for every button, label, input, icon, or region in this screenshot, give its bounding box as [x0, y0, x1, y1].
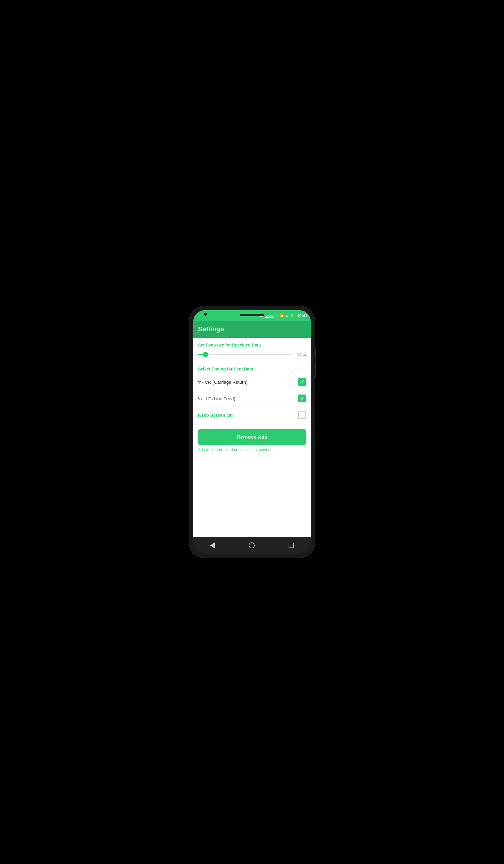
- ending-section-title: Select Ending for Sent Data: [198, 362, 306, 374]
- phone-speaker: [240, 314, 264, 316]
- font-size-row: 14sp: [198, 350, 306, 362]
- nav-home-button[interactable]: [246, 539, 258, 551]
- status-icons: ⏰ VoLTE ▼ 📶 ▲ 🔋 10:41: [259, 313, 307, 318]
- slider-track[interactable]: [198, 354, 291, 355]
- recents-icon: [289, 543, 294, 548]
- app-bar: Settings: [193, 321, 311, 338]
- phone-device: ⏰ VoLTE ▼ 📶 ▲ 🔋 10:41 Settings Set Font-…: [189, 306, 315, 558]
- nav-recents-button[interactable]: [286, 540, 297, 551]
- volume-button-1: [315, 348, 316, 359]
- app-bar-title: Settings: [198, 325, 224, 333]
- lf-label: \n - LF (Line Feed): [198, 396, 235, 401]
- keep-screen-row: Keep Screen On: [198, 407, 306, 423]
- signal1-icon: 📶: [280, 314, 284, 318]
- keep-screen-label: Keep Screen On: [198, 412, 233, 418]
- phone-screen: ⏰ VoLTE ▼ 📶 ▲ 🔋 10:41 Settings Set Font-…: [193, 310, 311, 554]
- slider-value: 14sp: [295, 352, 306, 357]
- font-section-title: Set Font-size for Received Data: [198, 338, 306, 350]
- phone-camera: [204, 313, 207, 315]
- cr-checkbox[interactable]: [298, 378, 306, 386]
- keep-screen-checkbox[interactable]: [298, 411, 306, 419]
- cr-checkbox-row: \r - CR (Carriage Return): [198, 374, 306, 390]
- lf-checkbox-row: \n - LF (Line Feed): [198, 390, 306, 407]
- wifi-icon: ▼: [275, 313, 279, 318]
- volume-button-2: [315, 361, 316, 378]
- battery-icon: 🔋: [290, 313, 294, 318]
- slider-thumb[interactable]: [203, 352, 208, 357]
- signal2-icon: ▲: [285, 314, 289, 317]
- nav-back-button[interactable]: [207, 539, 218, 551]
- settings-content: Set Font-size for Received Data 14sp Sel…: [193, 338, 311, 537]
- bottom-nav: [193, 537, 311, 554]
- lf-checkbox[interactable]: [298, 395, 306, 402]
- volte-icon: VoLTE: [265, 314, 274, 318]
- back-icon: [210, 542, 215, 549]
- status-time: 10:41: [297, 313, 307, 318]
- cr-label: \r - CR (Carriage Return): [198, 380, 248, 385]
- settings-body: Set Font-size for Received Data 14sp Sel…: [193, 338, 311, 537]
- remove-ads-button[interactable]: Remove Ads: [198, 429, 306, 445]
- ads-note: Ads will be removed on successful paymen…: [198, 447, 306, 457]
- home-icon: [249, 542, 255, 549]
